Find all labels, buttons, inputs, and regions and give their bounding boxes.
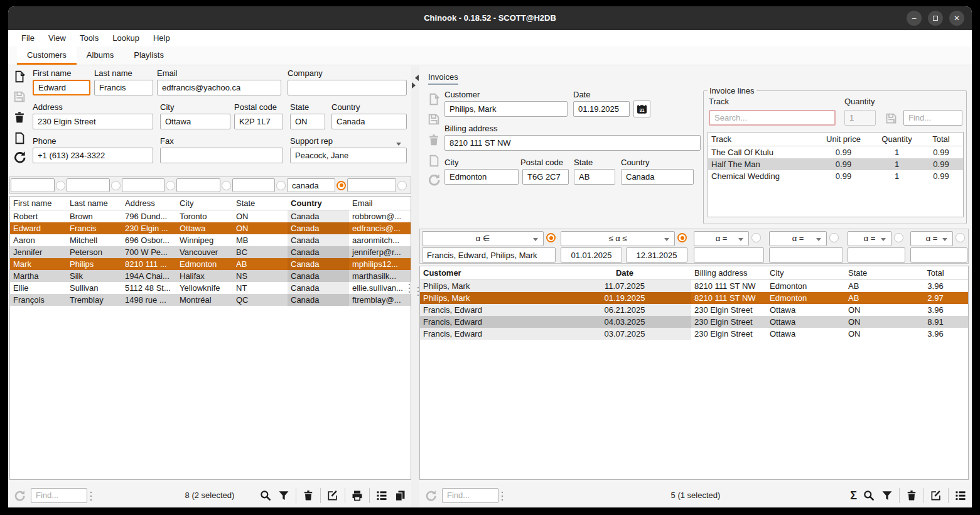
table-row[interactable]: Half The Man0.9910.99	[708, 158, 963, 170]
customer-input[interactable]	[444, 101, 568, 117]
country-input[interactable]	[331, 114, 407, 129]
first-name-input[interactable]	[33, 80, 90, 95]
maximize-button[interactable]	[928, 11, 943, 26]
table-row[interactable]: Francis, Edward06.21.2025230 Elgin Stree…	[420, 304, 968, 316]
new-record-icon[interactable]	[427, 92, 441, 108]
filter-billing-value[interactable]	[694, 247, 764, 263]
state-input[interactable]	[290, 114, 325, 129]
filter-op-customer[interactable]: α ∈	[422, 231, 544, 246]
filter-op-date[interactable]: ≤ α ≤	[561, 231, 675, 246]
quantity-input[interactable]	[844, 110, 876, 126]
filter-op-total[interactable]: α =	[910, 231, 953, 246]
filter-first-name[interactable]	[11, 178, 55, 192]
table-row[interactable]: AaronMitchell696 Osbor...WinnipegMBCanad…	[10, 234, 411, 246]
collapse-left-icon[interactable]	[412, 75, 419, 81]
menu-tools[interactable]: Tools	[73, 30, 105, 46]
menu-help[interactable]: Help	[146, 30, 177, 46]
duplicate-icon[interactable]	[427, 154, 441, 170]
list-icon[interactable]	[375, 489, 388, 502]
table-row[interactable]: RobertBrown796 Dund...TorontoONCanadarob…	[10, 210, 411, 222]
filter-radio-last-name[interactable]	[111, 181, 121, 190]
delete-icon[interactable]	[905, 489, 918, 502]
menu-view[interactable]: View	[41, 30, 73, 46]
line-find-input[interactable]	[903, 110, 962, 126]
phone-input[interactable]	[33, 148, 153, 163]
filter-op-state[interactable]: α =	[848, 231, 891, 246]
filter-radio-email[interactable]	[397, 181, 407, 190]
menu-lookup[interactable]: Lookup	[105, 30, 146, 46]
filter-radio-customer[interactable]	[546, 233, 556, 242]
minimize-button[interactable]: –	[907, 11, 922, 26]
filter-radio-total[interactable]	[956, 233, 965, 242]
search-icon[interactable]	[259, 489, 272, 502]
filter-address[interactable]	[122, 178, 164, 192]
new-record-icon[interactable]	[13, 70, 26, 85]
tab-customers[interactable]: Customers	[17, 46, 77, 65]
delete-icon[interactable]	[427, 133, 441, 149]
menu-file[interactable]: File	[14, 30, 41, 46]
sum-icon[interactable]: Σ	[850, 489, 857, 502]
filter-op-city[interactable]: α =	[769, 231, 827, 246]
table-row[interactable]: JenniferPeterson700 W Pe...VancouverBCCa…	[10, 246, 411, 258]
delete-icon[interactable]	[13, 111, 26, 126]
date-input[interactable]	[573, 101, 630, 117]
refresh-icon[interactable]	[13, 150, 26, 166]
table-row[interactable]: MarthaSilk194A Chai...HalifaxNSCanadamar…	[10, 270, 411, 282]
billing-address-input[interactable]	[444, 135, 701, 151]
support-rep-select[interactable]	[290, 148, 407, 163]
filter-radio-city[interactable]	[829, 233, 839, 242]
print-icon[interactable]	[351, 489, 363, 502]
refresh-icon[interactable]	[427, 173, 441, 188]
filter-radio-date[interactable]	[677, 233, 687, 242]
filter-icon[interactable]	[881, 489, 893, 502]
address-input[interactable]	[33, 114, 153, 129]
save-line-icon[interactable]	[885, 112, 898, 125]
filter-radio-billing[interactable]	[751, 233, 761, 242]
table-row[interactable]: The Call Of Ktulu0.9910.99	[708, 146, 963, 158]
drag-handle-icon[interactable]	[408, 283, 411, 293]
collapse-right-icon[interactable]	[412, 82, 419, 89]
track-search-input[interactable]	[709, 110, 836, 126]
table-row[interactable]: Chemical Wedding0.9910.99	[708, 170, 963, 182]
edit-icon[interactable]	[326, 489, 339, 502]
filter-icon[interactable]	[277, 489, 290, 502]
filter-radio-country[interactable]	[337, 181, 346, 190]
postal-code-input[interactable]	[522, 169, 569, 185]
calendar-button[interactable]	[633, 100, 650, 117]
invoices-table[interactable]: CustomerDateBilling addressCityStateTota…	[419, 266, 969, 480]
fax-input[interactable]	[160, 148, 283, 163]
filter-radio-first-name[interactable]	[56, 181, 65, 190]
table-row[interactable]: EdwardFrancis230 Elgin ...OttawaONCanada…	[10, 222, 411, 234]
table-row[interactable]: Philips, Mark01.19.20258210 111 ST NWEdm…	[420, 292, 968, 304]
table-row[interactable]: Francis, Edward04.03.2025230 Elgin Stree…	[420, 316, 968, 328]
filter-radio-address[interactable]	[166, 181, 175, 190]
save-icon[interactable]	[427, 112, 441, 128]
filter-email[interactable]	[347, 178, 396, 192]
table-row[interactable]: FrançoisTremblay1498 rue ...MontréalQCCa…	[10, 294, 411, 306]
table-row[interactable]: EllieSullivan5112 48 St...YellowknifeNTC…	[10, 282, 411, 294]
table-row[interactable]: Philips, Mark11.07.20258210 111 ST NWEdm…	[420, 280, 968, 292]
filter-date-from[interactable]	[561, 247, 622, 263]
country-input[interactable]	[621, 169, 694, 185]
filter-radio-city[interactable]	[222, 181, 231, 190]
email-input[interactable]	[157, 80, 281, 95]
filter-city-value[interactable]	[769, 247, 843, 263]
filter-date-to[interactable]	[626, 247, 687, 263]
postal-code-input[interactable]	[234, 114, 283, 129]
table-row[interactable]: MarkPhilips8210 111 ...EdmontonABCanadam…	[10, 258, 411, 270]
filter-total-value[interactable]	[910, 247, 967, 263]
table-row[interactable]: Francis, Edward03.07.2025230 Elgin Stree…	[420, 328, 968, 340]
delete-icon[interactable]	[302, 489, 315, 502]
edit-icon[interactable]	[930, 489, 942, 502]
copy-icon[interactable]	[394, 489, 406, 502]
customers-table[interactable]: First nameLast nameAddressCityStateCount…	[9, 196, 411, 480]
city-input[interactable]	[444, 169, 519, 185]
tab-playlists[interactable]: Playlists	[124, 46, 174, 65]
search-icon[interactable]	[863, 489, 875, 502]
company-input[interactable]	[288, 80, 407, 95]
filter-state-value[interactable]	[848, 247, 905, 263]
filter-city[interactable]	[176, 178, 220, 192]
filter-country[interactable]	[287, 178, 335, 192]
save-icon[interactable]	[13, 90, 26, 106]
city-input[interactable]	[160, 114, 230, 129]
